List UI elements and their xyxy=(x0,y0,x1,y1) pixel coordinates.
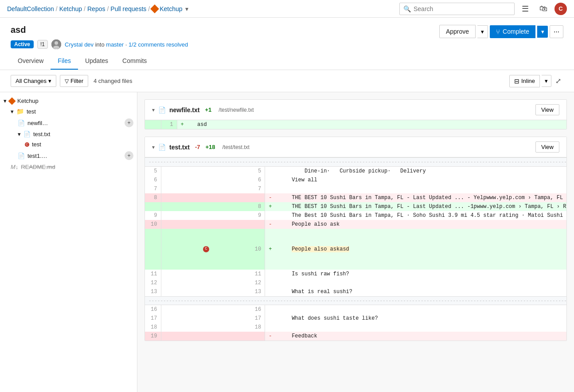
line-op: - xyxy=(265,220,276,229)
avatar[interactable]: C xyxy=(554,3,567,15)
search-input[interactable] xyxy=(414,5,511,12)
testtxt-deletions: -7 xyxy=(195,144,200,150)
tab-updates[interactable]: Updates xyxy=(78,53,115,70)
inline-view-dropdown[interactable]: ▾ xyxy=(542,75,551,87)
line-op xyxy=(265,305,276,314)
line-num-left xyxy=(145,202,161,211)
line-num-right: 16 xyxy=(161,305,265,314)
tree-item-test1[interactable]: 📄 test1.… + xyxy=(0,149,137,162)
inline-chevron-icon: ▾ xyxy=(545,78,548,84)
svg-point-2 xyxy=(53,46,59,49)
inline-view-button[interactable]: ⊟ Inline xyxy=(509,75,540,87)
line-content xyxy=(275,323,567,332)
line-num-left xyxy=(145,120,161,129)
diff-line-removed-feedback: 19 - Feedback xyxy=(145,332,567,341)
breadcrumb-default-collection[interactable]: DefaultCollection xyxy=(7,5,54,12)
newfile-icon: 📄 xyxy=(18,120,25,126)
pr-header: asd Active !1 Crystal dev into master · … xyxy=(0,18,574,49)
testtxt-collapse-button[interactable]: ▾ xyxy=(152,144,155,150)
shopping-bag-icon[interactable]: 🛍 xyxy=(536,2,551,15)
ketchup-diamond-icon xyxy=(150,4,159,13)
line-num-left: 17 xyxy=(145,314,161,323)
diff-file-header-testtxt: ▾ 📄 test.txt -7 +18 /test/test.txt View xyxy=(145,137,566,157)
filter-button[interactable]: ▽ Filter xyxy=(60,75,88,87)
notifications-icon[interactable]: ☰ xyxy=(518,2,532,16)
line-num-right: 9 xyxy=(161,211,265,220)
tree-item-testtxt[interactable]: ▾ 📄 test.txt xyxy=(0,129,137,139)
line-num-right: 17 xyxy=(161,314,265,323)
breadcrumb-pull-requests[interactable]: Pull requests xyxy=(110,5,146,12)
complete-button[interactable]: ⑂ Complete xyxy=(490,25,535,38)
tree-item-test-comment[interactable]: C test xyxy=(0,139,137,149)
testtxt-view-button[interactable]: View xyxy=(535,141,559,153)
line-content: What does sushi taste like? xyxy=(275,314,567,323)
diff-separator-2: ----------------------------------------… xyxy=(145,296,567,305)
complete-label: Complete xyxy=(503,28,529,35)
breadcrumb: DefaultCollection / Ketchup / Repos / Pu… xyxy=(7,5,188,12)
tree-item-newfile[interactable]: 📄 newfil… + xyxy=(0,117,137,129)
tree-item-readme[interactable]: M↓ README.md xyxy=(0,162,137,172)
newfile-view-button[interactable]: View xyxy=(535,104,559,115)
diff-line: 11 11 Is sushi raw fish? xyxy=(145,270,567,278)
line-op xyxy=(265,314,276,323)
pr-comments-link[interactable]: 1/2 comments resolved xyxy=(129,41,188,48)
line-content: The Best 10 Sushi Bars in Tampa, FL · So… xyxy=(275,211,567,220)
line-op: + xyxy=(265,229,276,270)
tab-overview[interactable]: Overview xyxy=(11,53,51,70)
top-navigation: DefaultCollection / Ketchup / Repos / Pu… xyxy=(0,0,574,18)
pr-author-link[interactable]: Crystal xyxy=(65,41,82,48)
newfile-diff-table: 1 + asd xyxy=(145,120,566,129)
svg-point-1 xyxy=(55,41,58,45)
line-num-right: C 10 xyxy=(161,229,265,270)
line-content: View all xyxy=(275,176,567,184)
approve-dropdown-button[interactable]: ▾ xyxy=(477,25,488,38)
line-content xyxy=(275,184,567,193)
diff-line: 7 7 xyxy=(145,184,567,193)
approve-chevron-icon: ▾ xyxy=(481,28,484,35)
approve-button[interactable]: Approve xyxy=(439,25,476,38)
line-content: THE BEST 10 Sushi Bars in Tampa, FL - La… xyxy=(275,202,567,211)
test1-label: test1.… xyxy=(27,153,122,159)
search-box[interactable]: 🔍 xyxy=(399,3,515,15)
tree-item-test-folder[interactable]: ▾ 📁 test xyxy=(0,106,137,117)
all-changes-button[interactable]: All Changes ▾ xyxy=(11,75,56,87)
breadcrumb-repos[interactable]: Repos xyxy=(87,5,105,12)
pr-target-branch[interactable]: master xyxy=(106,41,124,48)
diff-file-header-newfile: ▾ 📄 newfile.txt +1 /test/newfile.txt Vie… xyxy=(145,100,566,120)
ketchup-collapse-icon: ▾ xyxy=(4,98,7,104)
test-folder-label: test xyxy=(27,108,133,115)
test1-add-button[interactable]: + xyxy=(125,151,133,160)
line-op xyxy=(265,184,276,193)
diff-line: 9 9 The Best 10 Sushi Bars in Tampa, FL … xyxy=(145,211,567,220)
line-num-left: 12 xyxy=(145,278,161,287)
readme-label: README.md xyxy=(21,164,133,170)
breadcrumb-current-repo[interactable]: Ketchup ▾ xyxy=(152,5,188,12)
line-num-left: 7 xyxy=(145,184,161,193)
comment-dot-icon: C xyxy=(25,142,29,147)
complete-dropdown-button[interactable]: ▾ xyxy=(537,26,548,38)
line-num-left: 11 xyxy=(145,270,161,278)
line-op: - xyxy=(265,193,276,202)
newfile-collapse-button[interactable]: ▾ xyxy=(152,107,155,113)
tree-item-ketchup[interactable]: ▾ Ketchup xyxy=(0,96,137,106)
line-num-right: 7 xyxy=(161,184,265,193)
diff-line-removed: 8 - THE BEST 10 Sushi Bars in Tampa, FL … xyxy=(145,193,567,202)
breadcrumb-ketchup-org[interactable]: Ketchup xyxy=(59,5,82,12)
expand-view-button[interactable]: ⤢ xyxy=(553,74,563,87)
test-folder-collapse-icon: ▾ xyxy=(11,108,14,115)
readme-icon: M↓ xyxy=(11,164,18,170)
more-actions-button[interactable]: ⋯ xyxy=(550,25,563,38)
line-op xyxy=(265,270,276,278)
line-num-left: 9 xyxy=(145,211,161,220)
line-content: People also ask xyxy=(275,220,567,229)
breadcrumb-chevron-icon: ▾ xyxy=(185,5,188,12)
newfile-add-button[interactable]: + xyxy=(125,118,133,127)
line-content: asd xyxy=(187,120,566,129)
line-content: Dine-in· Curbside pickup· Delivery xyxy=(275,166,567,176)
line-num-left: 16 xyxy=(145,305,161,314)
diff-card-newfile: ▾ 📄 newfile.txt +1 /test/newfile.txt Vie… xyxy=(144,99,567,129)
tab-commits[interactable]: Commits xyxy=(115,53,154,70)
diff-view: ▾ 📄 newfile.txt +1 /test/newfile.txt Vie… xyxy=(137,92,574,392)
pr-source-branch[interactable]: dev xyxy=(84,41,94,48)
tab-files[interactable]: Files xyxy=(51,53,78,70)
